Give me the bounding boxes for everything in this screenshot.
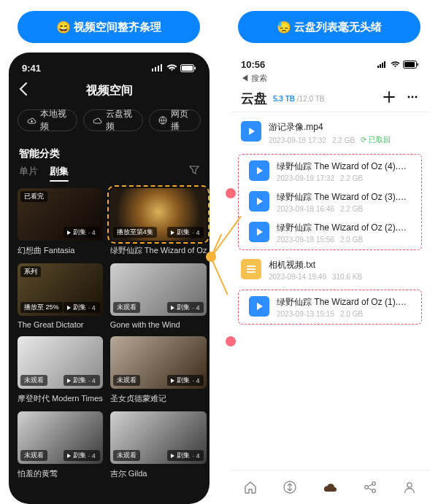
breadcrumb[interactable]: ◀ 搜索 xyxy=(231,71,429,85)
tab-share[interactable] xyxy=(363,480,377,495)
category-tabs: 单片 剧集 xyxy=(9,160,210,179)
video-thumbnail[interactable]: 未观看剧集 · 4 xyxy=(110,263,207,316)
globe-icon xyxy=(158,116,167,125)
file-row[interactable]: 绿野仙踪 The Wizard of Oz (2).mp42023-09-18 … xyxy=(239,217,421,248)
badge-bottom-left: 播放至第4集 xyxy=(113,227,157,238)
file-row[interactable]: 绿野仙踪 The Wizard of Oz (1).mp42023-09-13 … xyxy=(239,292,421,322)
banner-left: 😄 视频空间整齐条理 xyxy=(18,11,200,43)
chip-web-play[interactable]: 网页播 xyxy=(149,109,201,131)
add-button[interactable] xyxy=(383,90,396,107)
video-title: 圣女贞德蒙难记 xyxy=(110,393,207,404)
video-thumbnail[interactable]: 已看完剧集 · 4 xyxy=(18,188,103,241)
badge-series: 系列 xyxy=(20,266,41,277)
video-title: 绿野仙踪 The Wizard of Oz xyxy=(110,245,207,256)
file-meta: 2023-09-18 17:322.2 GB xyxy=(277,174,411,182)
video-thumbnail[interactable]: 系列播放至 25%剧集 · 4 xyxy=(18,263,103,316)
svg-rect-2 xyxy=(158,66,159,71)
connector-dot-source xyxy=(206,252,216,262)
badge-bottom-left: 播放至 25% xyxy=(20,302,63,313)
tab-single[interactable]: 单片 xyxy=(19,165,38,178)
video-card[interactable]: 未观看剧集 · 4Gone with the Wind xyxy=(110,263,207,329)
tab-profile[interactable] xyxy=(402,480,417,495)
emoji-sweat: 😓 xyxy=(277,20,291,34)
chip-cloud-video[interactable]: 云盘视频 xyxy=(83,109,143,131)
badge-bottom-left: 未观看 xyxy=(113,450,140,461)
status-indicators xyxy=(152,64,196,72)
file-meta: 2023-09-18 16:462.2 GB xyxy=(277,205,411,213)
video-thumbnail[interactable]: 播放至第4集剧集 · 4 xyxy=(110,188,207,241)
svg-point-21 xyxy=(372,489,376,493)
badge-bottom-left: 未观看 xyxy=(20,450,47,461)
filter-icon xyxy=(189,166,199,175)
storage-usage: 5.3 TB /12.0 TB xyxy=(273,95,324,103)
svg-rect-0 xyxy=(152,69,153,71)
video-thumbnail[interactable]: 未观看剧集 · 4 xyxy=(110,411,207,464)
badge-episode-count: 剧集 · 4 xyxy=(64,302,100,313)
connector-dot-target xyxy=(226,188,236,198)
video-card[interactable]: 已看完剧集 · 4幻想曲 Fantasia xyxy=(18,188,103,256)
video-card[interactable]: 未观看剧集 · 4圣女贞德蒙难记 xyxy=(110,336,207,404)
source-chips: 本地视频 云盘视频 网页播 xyxy=(9,104,210,137)
video-file-icon xyxy=(249,222,269,242)
svg-point-20 xyxy=(372,482,376,486)
file-name: 绿野仙踪 The Wizard of Oz (4).mp4 xyxy=(277,160,411,173)
svg-rect-11 xyxy=(384,61,385,68)
svg-rect-13 xyxy=(404,62,415,67)
tab-transfer[interactable] xyxy=(283,480,297,495)
badge-episode-count: 剧集 · 4 xyxy=(64,375,100,386)
video-title: Gone with the Wind xyxy=(110,320,207,329)
tab-cloud[interactable] xyxy=(322,481,338,494)
status-time: 10:56 xyxy=(241,59,265,70)
banner-left-text: 视频空间整齐条理 xyxy=(74,20,161,34)
video-title: The Great Dictator xyxy=(18,320,103,329)
status-bar: 9:41 xyxy=(9,53,210,77)
file-meta: 2023-09-14 19:49310.6 KB xyxy=(269,273,419,281)
status-indicators xyxy=(377,61,419,69)
video-thumbnail[interactable]: 未观看剧集 · 4 xyxy=(110,336,207,389)
video-thumbnail[interactable]: 未观看剧集 · 4 xyxy=(18,411,103,464)
status-bar: 10:56 xyxy=(231,53,429,71)
video-card[interactable]: 系列播放至 25%剧集 · 4The Great Dictator xyxy=(18,263,103,329)
tab-series[interactable]: 剧集 xyxy=(50,165,69,178)
file-meta: 2023-09-18 17:322.2 GB⟳ 已取回 xyxy=(269,135,419,145)
video-thumbnail[interactable]: 未观看剧集 · 4 xyxy=(18,336,103,389)
video-card[interactable]: 未观看剧集 · 4摩登时代 Modern Times xyxy=(18,336,103,404)
video-title: 摩登时代 Modern Times xyxy=(18,393,103,404)
video-card[interactable]: 播放至第4集剧集 · 4绿野仙踪 The Wizard of Oz xyxy=(110,188,207,256)
video-file-icon xyxy=(241,121,261,141)
video-file-icon xyxy=(249,160,269,181)
badge-top-left: 已看完 xyxy=(20,191,47,202)
cloud-icon xyxy=(93,117,102,125)
badge-episode-count: 剧集 · 4 xyxy=(64,227,100,238)
file-row[interactable]: 游记录像.mp42023-09-18 17:322.2 GB⟳ 已取回 xyxy=(231,117,429,150)
back-button[interactable] xyxy=(19,82,28,99)
video-card[interactable]: 未观看剧集 · 4吉尔 Gilda xyxy=(110,411,207,479)
emoji-smile: 😄 xyxy=(56,20,71,34)
badge-bottom-left: 未观看 xyxy=(20,375,47,386)
video-file-icon xyxy=(249,296,269,317)
file-row[interactable]: 绿野仙踪 The Wizard of Oz (3).mp42023-09-18 … xyxy=(239,187,421,217)
doc-icon xyxy=(241,259,261,279)
badge-episode-count: 剧集 · 4 xyxy=(167,450,204,461)
tab-home[interactable] xyxy=(243,480,258,495)
file-row[interactable]: 相机视频.txt2023-09-14 19:49310.6 KB xyxy=(231,255,429,285)
connector-dot-target xyxy=(226,336,236,346)
file-name: 相机视频.txt xyxy=(269,259,419,271)
file-meta: 2023-09-13 15:152.0 GB xyxy=(277,310,411,318)
video-title: 吉尔 Gilda xyxy=(110,468,207,479)
highlight-box: 绿野仙踪 The Wizard of Oz (4).mp42023-09-18 … xyxy=(238,154,422,250)
more-button[interactable] xyxy=(406,90,419,107)
connector-line xyxy=(210,257,228,295)
video-card[interactable]: 未观看剧集 · 4怕羞的黄莺 xyxy=(18,411,103,479)
chip-local-video[interactable]: 本地视频 xyxy=(18,109,77,131)
badge-episode-count: 剧集 · 4 xyxy=(167,375,204,386)
filter-button[interactable] xyxy=(189,166,199,177)
svg-point-15 xyxy=(408,96,410,98)
file-name: 绿野仙踪 The Wizard of Oz (3).mp4 xyxy=(277,191,411,203)
svg-point-16 xyxy=(412,96,414,98)
file-name: 绿野仙踪 The Wizard of Oz (1).mp4 xyxy=(277,296,411,309)
file-row[interactable]: 绿野仙踪 The Wizard of Oz (4).mp42023-09-18 … xyxy=(239,156,421,187)
cloud-title: 云盘 xyxy=(241,90,267,107)
svg-rect-5 xyxy=(182,66,193,71)
video-title: 怕羞的黄莺 xyxy=(18,468,103,479)
